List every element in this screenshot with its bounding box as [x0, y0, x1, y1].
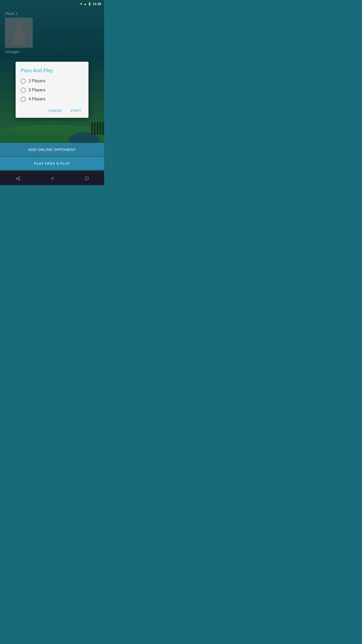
signal-icon: ▲	[84, 2, 87, 6]
add-online-opponent-button[interactable]: ADD ONLINE OPPONENT	[0, 143, 104, 156]
radio-item-3players[interactable]: 3 Players	[21, 88, 83, 93]
radio-circle-3players[interactable]	[21, 88, 26, 93]
cancel-button[interactable]: CANCEL	[46, 108, 64, 114]
status-bar: ▼ ▲ 🔋 11:38	[0, 0, 104, 8]
start-button[interactable]: START	[68, 108, 83, 114]
radio-label-4players: 4 Players	[29, 97, 46, 101]
radio-item-4players[interactable]: 4 Players	[21, 97, 83, 102]
play-pass-n-play-button[interactable]: PLAY PASS N PLAY	[0, 157, 104, 170]
home-nav-icon[interactable]: ○	[51, 175, 54, 181]
battery-icon: 🔋	[88, 2, 92, 6]
radio-group: 2 Players 3 Players 4 Players	[21, 78, 83, 102]
radio-label-2players: 2 Players	[29, 79, 46, 83]
nav-bar: ◁ ○ □	[0, 171, 104, 185]
bottom-buttons: ADD ONLINE OPPONENT PLAY PASS N PLAY	[0, 143, 104, 170]
back-nav-icon[interactable]: ◁	[16, 175, 19, 181]
dialog-buttons: CANCEL START	[21, 108, 83, 114]
radio-item-2players[interactable]: 2 Players	[21, 78, 83, 84]
radio-circle-4players[interactable]	[21, 97, 26, 102]
wifi-icon: ▼	[80, 2, 83, 6]
dialog-title: Pass And Play	[21, 68, 83, 73]
radio-circle-2players[interactable]	[21, 78, 26, 84]
radio-label-3players: 3 Players	[29, 88, 46, 92]
status-time: 11:38	[93, 2, 101, 6]
recent-nav-icon[interactable]: □	[85, 175, 88, 181]
status-icons: ▼ ▲ 🔋	[80, 2, 92, 6]
dialog: Pass And Play 2 Players 3 Players 4 Play…	[16, 62, 88, 118]
